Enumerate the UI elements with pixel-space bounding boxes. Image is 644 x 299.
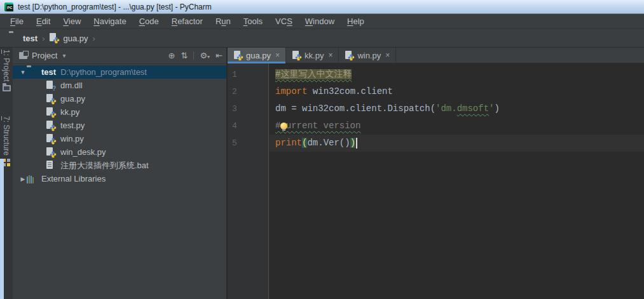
- keyword-token: print: [275, 138, 302, 148]
- tree-item-label: win.py: [60, 134, 84, 143]
- line-number: 1: [228, 66, 268, 83]
- python-file-icon: [46, 147, 56, 157]
- code-line-1: #这里写入中文注释: [270, 66, 644, 83]
- chevron-right-icon[interactable]: ▶: [19, 176, 27, 182]
- tab-gua-py[interactable]: gua.py ×: [228, 48, 286, 63]
- tool-button-structure-label: 7: Structure: [2, 116, 11, 156]
- python-file-icon: [233, 51, 243, 60]
- code-line-5: print(dm.Ver()): [270, 135, 644, 152]
- line-number: 2: [228, 83, 268, 100]
- menu-code[interactable]: Code: [133, 14, 165, 29]
- project-view-icon: [19, 52, 27, 59]
- python-file-icon: [292, 51, 301, 60]
- chevron-down-icon[interactable]: ▼: [19, 69, 27, 76]
- title-bar[interactable]: PC test [D:\python_program\test] - ...\g…: [0, 0, 644, 14]
- settings-gear-icon[interactable]: ⚙▾: [200, 51, 210, 60]
- string-typo-token: dmsoft: [457, 103, 489, 114]
- tree-item-external-libraries[interactable]: ▶ External Libraries: [13, 172, 226, 185]
- tab-kk-py[interactable]: kk.py ×: [286, 48, 339, 63]
- tree-item-win-py[interactable]: win.py: [13, 132, 226, 145]
- code-line-2: import win32com.client: [270, 83, 644, 100]
- menu-navigate[interactable]: Navigate: [87, 14, 132, 29]
- line-number: 4: [228, 117, 268, 135]
- project-tool-icon: [3, 85, 11, 91]
- breadcrumb-item-test[interactable]: test: [23, 34, 38, 43]
- menu-edit[interactable]: Edit: [30, 14, 57, 29]
- folder-icon: [9, 33, 19, 43]
- menu-refactor[interactable]: Refactor: [165, 14, 209, 29]
- libraries-icon: [27, 174, 37, 184]
- close-icon[interactable]: ×: [275, 51, 280, 60]
- project-panel-header: Project ▾ ⊕ ⇅ ⚙▾ ⇤: [13, 48, 226, 64]
- menu-run[interactable]: Run: [209, 14, 237, 29]
- editor-gutter[interactable]: 1 2 3 4 5: [228, 63, 269, 299]
- pycharm-logo-text: PC: [6, 4, 13, 11]
- chevron-down-icon[interactable]: ▾: [62, 52, 65, 59]
- bat-file-icon: [46, 161, 56, 171]
- code-area[interactable]: #这里写入中文注释 import win32com.client dm = wi…: [270, 63, 644, 299]
- string-token: 'dm.: [435, 103, 457, 114]
- python-file-icon: [46, 107, 56, 117]
- tree-item-label: 注册大漠插件到系统.bat: [60, 160, 149, 171]
- tree-item-kk-py[interactable]: kk.py: [13, 105, 226, 119]
- tool-button-project[interactable]: 1: Project: [0, 50, 13, 91]
- pycharm-window: PC test [D:\python_program\test] - ...\g…: [0, 0, 644, 299]
- tree-item-root-test[interactable]: ▼ test D:\python_program\test: [13, 65, 226, 79]
- close-icon[interactable]: ×: [385, 51, 390, 60]
- editor-tab-bar: gua.py × kk.py × win.py ×: [228, 48, 644, 63]
- comment-token: #current version: [275, 121, 360, 131]
- chevron-down-icon: ▾: [207, 54, 210, 60]
- code-token: dm = win32com.client.Dispatch(: [275, 103, 435, 114]
- menu-window[interactable]: Window: [299, 14, 341, 29]
- tree-item-label: win_desk.py: [60, 147, 106, 157]
- line-number: 5: [228, 135, 268, 152]
- tree-item-test-py[interactable]: test.py: [13, 119, 226, 132]
- tree-item-label: test.py: [60, 121, 85, 130]
- python-file-icon: [46, 94, 56, 104]
- tool-button-project-label: 1: Project: [2, 50, 11, 82]
- code-token: ): [494, 103, 499, 114]
- menu-vcs[interactable]: VCS: [269, 14, 299, 29]
- code-editor[interactable]: 1 2 3 4 5 #这里写入中文注释 import win32com.clie…: [228, 63, 644, 299]
- project-panel-title[interactable]: Project: [32, 51, 57, 60]
- menu-bar: File Edit View Navigate Code Refactor Ru…: [0, 14, 644, 29]
- hide-panel-icon[interactable]: ⇤: [216, 51, 223, 60]
- line-number: 3: [228, 100, 268, 117]
- folder-icon: [27, 67, 37, 77]
- code-line-4: #current version: [270, 117, 644, 135]
- menu-tools[interactable]: Tools: [237, 14, 269, 29]
- dll-file-icon: ?: [46, 81, 56, 91]
- breadcrumb: test › gua.py ›: [0, 29, 644, 48]
- menu-help[interactable]: Help: [341, 14, 371, 29]
- menu-file[interactable]: File: [4, 14, 30, 29]
- project-tree: ▼ test D:\python_program\test ? dm.dll g…: [13, 64, 226, 185]
- close-icon[interactable]: ×: [328, 51, 332, 60]
- tab-label: win.py: [357, 51, 381, 60]
- intention-bulb-icon[interactable]: [280, 123, 287, 130]
- tab-win-py[interactable]: win.py ×: [339, 48, 396, 63]
- locate-icon[interactable]: ⊕: [168, 51, 175, 60]
- project-tool-window: Project ▾ ⊕ ⇅ ⚙▾ ⇤ ▼ test D:\python_prog…: [13, 48, 227, 299]
- window-title: test [D:\python_program\test] - ...\gua.…: [18, 3, 212, 11]
- tree-item-label: kk.py: [60, 107, 79, 117]
- matched-paren-token: ): [350, 138, 355, 148]
- tree-item-label: test: [41, 67, 56, 77]
- menu-view[interactable]: View: [57, 14, 87, 29]
- tree-item-gua-py[interactable]: gua.py: [13, 92, 226, 105]
- tree-item-dm-dll[interactable]: ? dm.dll: [13, 79, 226, 92]
- tree-item-label: dm.dll: [60, 81, 83, 90]
- collapse-all-icon[interactable]: ⇅: [181, 51, 188, 60]
- tree-item-label: gua.py: [60, 94, 85, 103]
- tree-item-bat-file[interactable]: 注册大漠插件到系统.bat: [13, 159, 226, 172]
- python-file-icon: [49, 33, 59, 43]
- python-file-icon: [46, 121, 56, 131]
- tab-label: gua.py: [246, 51, 271, 60]
- code-line-3: dm = win32com.client.Dispatch('dm.dmsoft…: [270, 100, 644, 117]
- chevron-right-icon: ›: [93, 34, 95, 43]
- tree-item-win-desk-py[interactable]: win_desk.py: [13, 145, 226, 159]
- text-caret: [356, 138, 357, 149]
- breadcrumb-item-gua[interactable]: gua.py: [63, 34, 88, 43]
- code-token: dm.Ver(): [307, 138, 350, 148]
- tree-item-label: External Libraries: [41, 174, 106, 183]
- python-file-icon: [345, 51, 354, 60]
